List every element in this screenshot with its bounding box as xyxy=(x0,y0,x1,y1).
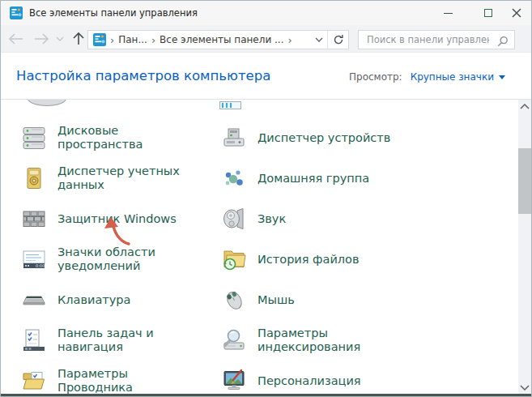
item-label: Диспетчер учетных данных xyxy=(57,164,205,192)
homegroup-icon xyxy=(221,165,247,191)
control-panel-item-homegroup[interactable]: Домашняя группа xyxy=(221,158,421,198)
close-icon xyxy=(512,6,521,21)
control-panel-window: Все элементы панели управления xyxy=(0,0,532,397)
forward-button[interactable] xyxy=(32,31,50,47)
item-label: История файлов xyxy=(257,253,360,267)
credential-manager-icon xyxy=(21,165,47,191)
item-label: Мышь xyxy=(257,293,295,307)
partial-icon-fragment-right xyxy=(219,101,241,109)
sound-icon xyxy=(221,206,247,232)
item-label: Персонализация xyxy=(257,374,361,388)
forward-arrow-icon xyxy=(33,33,49,45)
control-panel-item-personalization[interactable]: Персонализация xyxy=(221,361,421,394)
breadcrumb-segment-all-items[interactable]: Все элементы панели ... xyxy=(160,34,283,45)
personalization-icon xyxy=(221,368,247,394)
window-bottom-edge xyxy=(1,394,531,396)
scroll-down-button[interactable] xyxy=(518,381,531,394)
chevron-up-icon xyxy=(520,104,530,109)
storage-spaces-icon xyxy=(21,125,47,151)
item-label: Панель задач и навигация xyxy=(57,327,205,354)
view-mode-dropdown[interactable]: Крупные значки xyxy=(411,71,505,83)
indexing-options-icon xyxy=(221,327,247,353)
control-panel-item-file-history[interactable]: История файлов xyxy=(221,239,421,280)
close-button[interactable] xyxy=(500,1,532,25)
control-panel-item-mouse[interactable]: Мышь xyxy=(221,280,421,320)
breadcrumb-separator-icon: › xyxy=(147,35,160,45)
titlebar: Все элементы панели управления xyxy=(1,1,531,25)
address-location-icon xyxy=(93,33,106,46)
maximize-button[interactable] xyxy=(472,1,504,25)
keyboard-icon xyxy=(21,287,47,313)
control-panel-item-taskbar-navigation[interactable]: Панель задач и навигация xyxy=(21,320,221,361)
device-manager-icon xyxy=(221,125,247,151)
search-box xyxy=(358,30,515,49)
item-label: Клавиатура xyxy=(57,293,130,307)
windows-defender-icon xyxy=(21,206,47,232)
up-button[interactable] xyxy=(70,31,87,47)
content-area: Дисковые пространстваДиспетчер устройств… xyxy=(1,100,517,394)
item-label: Домашняя группа xyxy=(257,172,369,186)
caret-down-icon xyxy=(499,75,505,79)
scroll-up-button[interactable] xyxy=(518,100,531,113)
item-label: Звук xyxy=(257,212,286,226)
chevron-down-icon xyxy=(315,37,323,42)
control-panel-item-storage-spaces[interactable]: Дисковые пространства xyxy=(21,117,221,158)
vertical-scrollbar[interactable] xyxy=(518,100,531,394)
chevron-down-icon xyxy=(56,36,64,41)
control-panel-items-grid: Дисковые пространстваДиспетчер устройств… xyxy=(21,117,421,394)
window-title: Все элементы панели управления xyxy=(29,7,198,19)
scrollbar-thumb[interactable] xyxy=(518,148,531,214)
svg-text:0:00: 0:00 xyxy=(36,263,45,268)
page-header: Настройка параметров компьютера Просмотр… xyxy=(1,53,531,99)
address-dropdown-button[interactable] xyxy=(311,31,327,49)
control-panel-item-credential-manager[interactable]: Диспетчер учетных данных xyxy=(21,158,221,198)
item-label: Дисковые пространства xyxy=(57,124,205,152)
control-panel-item-device-manager[interactable]: Диспетчер устройств xyxy=(221,117,421,158)
partial-icon-fragment-left xyxy=(28,100,68,107)
search-icon[interactable] xyxy=(497,35,509,50)
breadcrumb-separator-icon: › xyxy=(283,35,296,45)
taskbar-navigation-icon xyxy=(21,327,47,353)
back-button[interactable] xyxy=(7,31,25,47)
mouse-icon xyxy=(221,287,247,313)
navigation-toolbar: › Пан... › Все элементы панели ... › xyxy=(1,25,531,53)
control-panel-item-indexing-options[interactable]: Параметры индексирования xyxy=(221,320,421,361)
notification-area-icons-icon: 0:00 xyxy=(21,246,47,272)
item-label: Диспетчер устройств xyxy=(257,131,390,145)
file-history-icon xyxy=(221,246,247,272)
control-panel-item-keyboard[interactable]: Клавиатура xyxy=(21,280,221,320)
back-arrow-icon xyxy=(8,33,24,45)
view-label: Просмотр: xyxy=(349,71,402,83)
minimize-button[interactable] xyxy=(432,1,464,25)
chevron-down-icon xyxy=(520,385,530,391)
minimize-icon xyxy=(444,13,453,14)
control-panel-item-explorer-options[interactable]: Параметры Проводника xyxy=(21,361,221,394)
explorer-options-icon xyxy=(21,368,47,394)
up-arrow-icon xyxy=(73,32,84,46)
page-title: Настройка параметров компьютера xyxy=(16,68,270,83)
refresh-button[interactable] xyxy=(327,31,348,49)
control-panel-app-icon xyxy=(10,6,23,19)
view-selector: Просмотр: Крупные значки xyxy=(349,71,505,83)
breadcrumb-segment-panel[interactable]: Пан... xyxy=(118,34,147,45)
address-bar[interactable]: › Пан... › Все элементы панели ... › xyxy=(87,30,349,49)
maximize-icon xyxy=(484,9,492,17)
breadcrumb-separator-icon: › xyxy=(106,35,118,45)
refresh-icon xyxy=(333,34,344,45)
item-label: Параметры индексирования xyxy=(257,327,405,354)
recent-locations-button[interactable] xyxy=(55,31,65,47)
control-panel-item-sound[interactable]: Звук xyxy=(221,198,421,239)
annotation-arrow-red xyxy=(100,215,136,251)
view-mode-value: Крупные значки xyxy=(411,71,494,83)
item-label: Параметры Проводника xyxy=(57,367,205,394)
search-input[interactable] xyxy=(365,32,491,47)
